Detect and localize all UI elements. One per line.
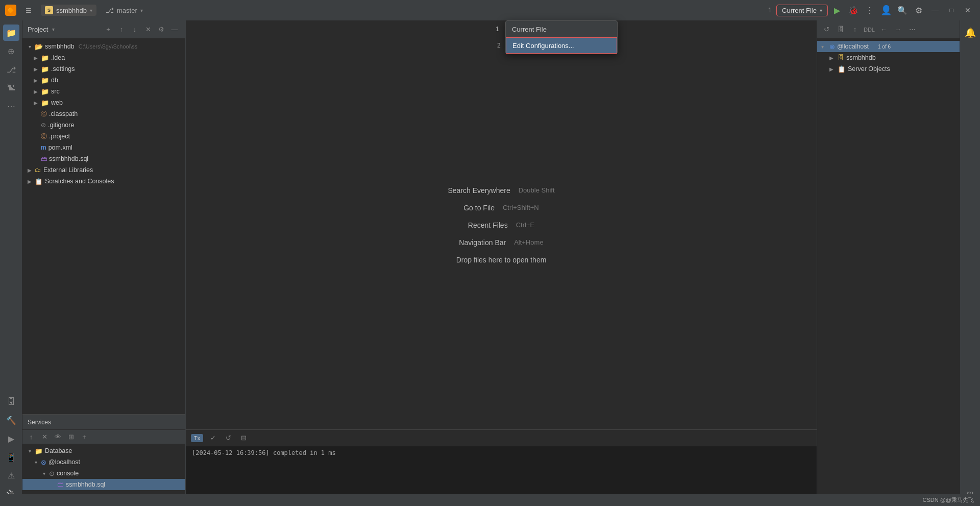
services-header: Services — [22, 415, 185, 430]
db-more-btn[interactable]: ⋯ — [906, 23, 918, 36]
classpath-label: .classpath — [49, 110, 78, 117]
dropdown-item-edit-config-label: Edit Configurations... — [512, 42, 574, 50]
console-refresh-btn[interactable]: ↺ — [223, 432, 234, 444]
tree-item-scratches[interactable]: ▶ 📋 Scratches and Consoles — [22, 176, 185, 187]
search-everywhere-button[interactable]: 🔍 — [895, 3, 910, 17]
dropdown-current-file[interactable]: 1 Current File — [506, 21, 617, 37]
close-button[interactable]: ✕ — [961, 3, 975, 17]
tree-item-sql[interactable]: ▶ 🗃 ssmbhhdb.sql — [22, 153, 185, 164]
left-icon-issues[interactable]: ⚠ — [3, 467, 19, 484]
maximize-button[interactable]: □ — [944, 3, 959, 17]
hamburger-menu[interactable]: ☰ — [21, 3, 36, 17]
left-icon-android[interactable]: 📱 — [3, 449, 19, 465]
project-file-icon: Ⓒ — [41, 132, 47, 141]
ext-libs-arrow: ▶ — [27, 167, 33, 173]
dropdown-edit-configurations[interactable]: 2 Edit Configurations... — [506, 37, 617, 54]
settings-button[interactable]: ⚙ — [912, 3, 926, 17]
project-icon: S — [45, 6, 53, 14]
project-scroll-up-btn[interactable]: ↑ — [116, 24, 127, 35]
db-folder-icon: 📁 — [41, 77, 49, 84]
db-ssmbhhdb[interactable]: ▶ 🗄 ssmbhhdb — [817, 52, 960, 63]
services-add-group-btn[interactable]: ⊞ — [65, 431, 77, 443]
left-icon-project[interactable]: 📁 — [3, 25, 19, 41]
tree-item-pom[interactable]: ▶ m pom.xml — [22, 142, 185, 153]
project-settings-btn[interactable]: ⚙ — [156, 24, 167, 35]
web-arrow: ▶ — [33, 100, 39, 106]
idea-label: .idea — [51, 54, 65, 61]
right-notifications-icon[interactable]: 🔔 — [962, 25, 978, 41]
tree-item-ext-libs[interactable]: ▶ 🗂 External Libraries — [22, 164, 185, 176]
scratches-label: Scratches and Consoles — [45, 178, 114, 185]
left-icon-db[interactable]: 🗄 — [3, 394, 19, 410]
services-localhost[interactable]: ▾ ⊗ @localhost — [22, 456, 185, 468]
hint-recent-label: Recent Files — [468, 221, 508, 229]
db-localhost[interactable]: ▾ ⊗ @localhost 1 of 6 — [817, 41, 960, 52]
run-button[interactable]: ▶ — [830, 3, 844, 17]
services-eye-btn[interactable]: 👁 — [52, 431, 63, 443]
hint-nav-bar: Navigation Bar Alt+Home — [459, 238, 543, 247]
db-tree: ▾ ⊗ @localhost 1 of 6 ▶ 🗄 ssmbhhdb ▶ 📋 S… — [817, 39, 960, 506]
status-right: CSDN @@乘马先飞 — [922, 496, 974, 504]
console-check-btn[interactable]: ✓ — [207, 432, 218, 444]
db-panel: ↺ 🗄 ↑ DDL ← → ⋯ ▾ ⊗ @localhost 1 of 6 ▶ … — [817, 20, 960, 506]
tree-item-project-file[interactable]: ▶ Ⓒ .project — [22, 131, 185, 142]
services-db-folder[interactable]: ▾ 📁 Database — [22, 445, 185, 456]
project-scroll-down-btn[interactable]: ↓ — [129, 24, 140, 35]
left-icon-git[interactable]: ⎇ — [3, 61, 19, 78]
profile-button[interactable]: 👤 — [879, 3, 893, 17]
services-close-btn[interactable]: ✕ — [39, 431, 50, 443]
left-icon-build[interactable]: 🔨 — [3, 412, 19, 428]
db-left-btn[interactable]: ← — [877, 23, 890, 36]
db-right-btn[interactable]: → — [892, 23, 904, 36]
services-db-icon: 📁 — [35, 447, 43, 455]
src-label: src — [51, 88, 60, 95]
project-tree: ▾ 📂 ssmbhhdb C:\Users\Sgy\School\ss ▶ 📁 … — [22, 39, 185, 414]
hint-search-label: Search Everywhere — [448, 186, 510, 195]
project-minimize-btn[interactable]: — — [169, 24, 180, 35]
tree-item-gitignore[interactable]: ▶ ⊘ .gitignore — [22, 119, 185, 131]
tree-item-src[interactable]: ▶ 📁 src — [22, 86, 185, 97]
more-actions-button[interactable]: ⋮ — [863, 3, 877, 17]
tree-root[interactable]: ▾ 📂 ssmbhhdb C:\Users\Sgy\School\ss — [22, 41, 185, 52]
db-export-btn[interactable]: ↑ — [849, 23, 861, 36]
debug-button[interactable]: 🐞 — [846, 3, 861, 17]
db-localhost-arrow: ▾ — [821, 44, 827, 50]
db-refresh-btn[interactable]: ↺ — [820, 23, 832, 36]
db-schema-btn[interactable]: 🗄 — [835, 23, 847, 36]
console-split-btn[interactable]: ⊟ — [238, 432, 249, 444]
project-add-btn[interactable]: + — [103, 24, 114, 35]
services-localhost-icon: ⊗ — [41, 459, 46, 466]
run-config-section: 1 Current File ▾ — [776, 5, 828, 16]
ext-libs-icon: 🗂 — [35, 166, 41, 174]
branch-selector[interactable]: ⎇ master ▾ — [102, 5, 147, 16]
run-config-button[interactable]: Current File ▾ — [776, 5, 828, 16]
db-toolbar: ↺ 🗄 ↑ DDL ← → ⋯ — [817, 20, 960, 39]
services-up-btn[interactable]: ↑ — [26, 431, 37, 443]
db-ssmbhhdb-icon: 🗄 — [838, 54, 844, 61]
left-icon-structure[interactable]: 🏗 — [3, 80, 19, 96]
tree-item-db[interactable]: ▶ 📁 db — [22, 75, 185, 86]
left-icon-run[interactable]: ▶ — [3, 430, 19, 447]
left-icon-more[interactable]: ⋯ — [3, 98, 19, 114]
minimize-button[interactable]: — — [928, 3, 942, 17]
left-icons-bottom: 🗄 🔨 ▶ 📱 ⚠ 🔌 — [3, 394, 19, 502]
tree-item-classpath[interactable]: ▶ Ⓒ .classpath — [22, 108, 185, 119]
services-console[interactable]: ▾ ⊙ console — [22, 468, 185, 479]
project-name: ssmbhhdb — [56, 7, 87, 14]
services-add-btn[interactable]: + — [79, 431, 90, 443]
db-server-objects[interactable]: ▶ 📋 Server Objects — [817, 63, 960, 75]
tree-item-web[interactable]: ▶ 📁 web — [22, 97, 185, 108]
left-icon-vcs[interactable]: ⊕ — [3, 43, 19, 59]
tree-item-settings[interactable]: ▶ 📁 .settings — [22, 63, 185, 75]
project-close-btn[interactable]: ✕ — [142, 24, 154, 35]
main-layout: 📁 ⊕ ⎇ 🏗 ⋯ 🗄 🔨 ▶ 📱 ⚠ 🔌 Project ▾ + ↑ ↓ ✕ … — [0, 20, 980, 506]
tree-item-idea[interactable]: ▶ 📁 .idea — [22, 52, 185, 63]
root-collapse-arrow: ▾ — [27, 43, 33, 50]
dropdown-number-2: 2 — [497, 42, 501, 49]
services-sql-file[interactable]: ▶ 🗃 ssmbhhdb.sql — [22, 479, 185, 490]
db-localhost-badge: 1 of 6 — [875, 43, 894, 50]
project-selector[interactable]: S ssmbhhdb ▾ — [41, 5, 96, 16]
pom-icon: m — [41, 144, 46, 151]
branch-name: master — [117, 7, 137, 14]
db-ddl-btn[interactable]: DDL — [863, 23, 875, 36]
